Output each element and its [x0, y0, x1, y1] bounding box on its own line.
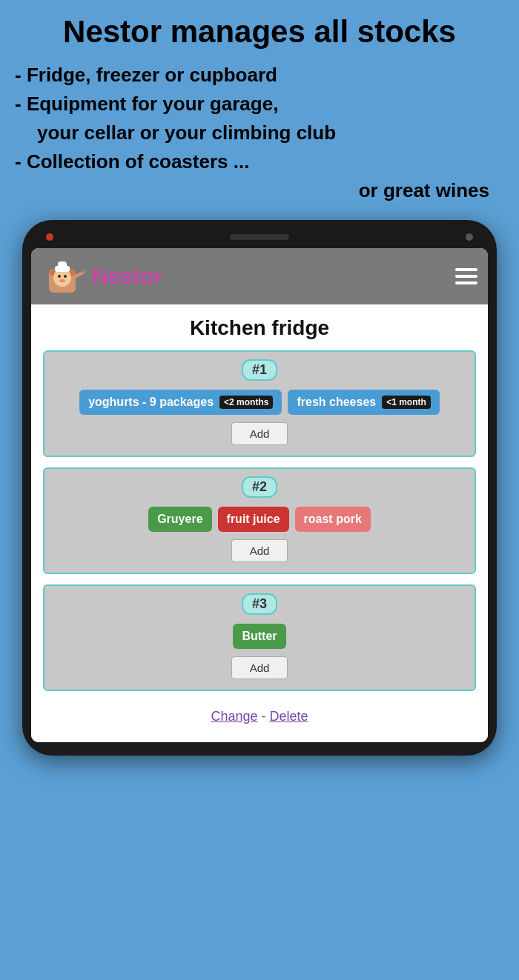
header-bullets: - Fridge, freezer or cupboard - Equipmen…: [15, 61, 504, 205]
shelf-1-items: yoghurts - 9 packages <2 months fresh ch…: [53, 390, 466, 415]
or-line: or great wines: [15, 176, 504, 205]
bullet-1: - Fridge, freezer or cupboard: [15, 61, 504, 90]
delete-link[interactable]: Delete: [270, 709, 308, 724]
hamburger-line-1: [455, 268, 477, 271]
item-fresh-cheeses-expiry: <1 month: [382, 396, 431, 409]
item-gruyere[interactable]: Gruyere: [148, 507, 211, 532]
app-logo-area: Nestor: [42, 254, 162, 299]
item-fruit-juice-label: fruit juice: [227, 513, 280, 526]
svg-line-8: [76, 273, 83, 276]
item-fruit-juice[interactable]: fruit juice: [218, 507, 289, 532]
item-roast-pork-label: roast pork: [304, 513, 362, 526]
shelf-3: #3 Butter Add: [43, 584, 476, 691]
shelf-3-items: Butter: [53, 624, 466, 649]
item-butter-label: Butter: [242, 630, 277, 643]
phone-screen: Nestor Kitchen fridge #1 yoghurts - 9 pa…: [31, 248, 488, 742]
shelf-2-add-button[interactable]: Add: [231, 539, 288, 562]
phone-camera: [46, 233, 53, 241]
shelf-2-number: #2: [242, 476, 277, 498]
phone-sensor: [466, 233, 473, 241]
item-fresh-cheeses-label: fresh cheeses: [297, 396, 376, 409]
shelf-3-add-button[interactable]: Add: [231, 656, 288, 679]
bullet-2b: your cellar or your climbing club: [15, 119, 504, 147]
bullet-2: - Equipment for your garage,: [15, 90, 504, 119]
page-title: Kitchen fridge: [43, 316, 476, 340]
shelf-3-number: #3: [242, 593, 277, 615]
app-title: Nestor: [92, 264, 162, 289]
shelf-2: #2 Gruyere fruit juice roast pork Add: [43, 467, 476, 574]
item-yoghurts-expiry: <2 months: [219, 396, 273, 409]
shelf-1-add-button[interactable]: Add: [231, 422, 288, 445]
bottom-links: Change - Delete: [43, 701, 476, 727]
shelf-2-items: Gruyere fruit juice roast pork: [53, 507, 466, 532]
hamburger-line-3: [455, 281, 477, 284]
item-fresh-cheeses[interactable]: fresh cheeses <1 month: [288, 390, 439, 415]
hamburger-line-2: [455, 275, 477, 278]
item-butter[interactable]: Butter: [233, 624, 285, 649]
shelf-1-number: #1: [242, 359, 277, 381]
header-section: Nestor manages all stocks - Fridge, free…: [0, 0, 519, 213]
item-roast-pork[interactable]: roast pork: [295, 507, 371, 532]
change-link[interactable]: Change: [211, 709, 257, 724]
phone-top-bar: [31, 233, 488, 248]
hamburger-menu-button[interactable]: [455, 268, 477, 284]
item-yoghurts[interactable]: yoghurts - 9 packages <2 months: [79, 390, 282, 415]
svg-point-4: [64, 275, 67, 278]
svg-rect-7: [58, 261, 67, 269]
phone-speaker: [230, 234, 289, 240]
svg-point-3: [58, 275, 61, 278]
bullet-3: - Collection of coasters ...: [15, 147, 504, 176]
phone-wrapper: Nestor Kitchen fridge #1 yoghurts - 9 pa…: [0, 213, 519, 770]
app-logo-icon: [42, 254, 86, 299]
phone-mockup: Nestor Kitchen fridge #1 yoghurts - 9 pa…: [22, 220, 497, 756]
app-header: Nestor: [31, 248, 488, 304]
app-content: Kitchen fridge #1 yoghurts - 9 packages …: [31, 304, 488, 742]
item-gruyere-label: Gruyere: [157, 513, 202, 526]
link-separator: -: [262, 709, 270, 724]
main-title: Nestor manages all stocks: [15, 15, 504, 49]
shelf-1: #1 yoghurts - 9 packages <2 months fresh…: [43, 350, 476, 457]
svg-point-5: [59, 279, 65, 282]
item-yoghurts-label: yoghurts - 9 packages: [88, 396, 214, 409]
